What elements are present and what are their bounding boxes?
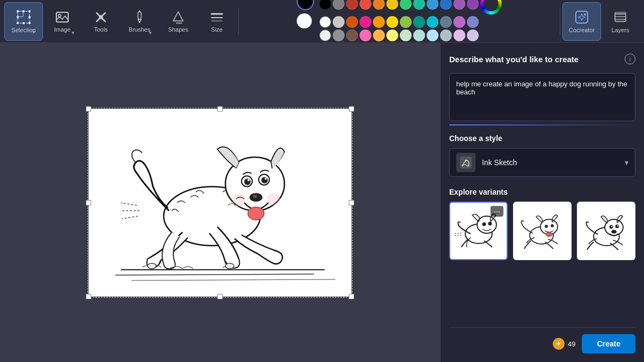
color-swatch[interactable]: [319, 0, 331, 10]
color-swatch[interactable]: [346, 16, 358, 28]
handle-mr[interactable]: [349, 200, 354, 205]
color-swatch[interactable]: [386, 16, 398, 28]
handle-br[interactable]: [349, 294, 354, 299]
tool-tools[interactable]: Tools: [82, 2, 120, 41]
tool-shapes[interactable]: Shapes: [159, 2, 197, 41]
tool-brushes[interactable]: Brushes ▼: [120, 2, 159, 41]
active-color-swatch[interactable]: [297, 0, 314, 10]
color-swatch[interactable]: [413, 16, 425, 28]
color-swatch[interactable]: [373, 29, 385, 41]
handle-bm[interactable]: [217, 294, 223, 299]
style-dropdown[interactable]: Ink Sketch ▾: [449, 148, 635, 177]
color-swatch[interactable]: [467, 0, 479, 10]
svg-point-4: [28, 10, 31, 12]
color-swatch[interactable]: [413, 29, 425, 41]
variant-more-button[interactable]: ···: [491, 206, 503, 217]
tool-layers[interactable]: Layers: [601, 2, 640, 41]
tool-size[interactable]: Size: [197, 2, 236, 41]
panel-title: Describe what you'd like to create: [449, 55, 579, 64]
color-swatch[interactable]: [467, 16, 479, 28]
credits-coin: ✦: [553, 338, 565, 350]
color-swatch[interactable]: [346, 29, 358, 41]
svg-point-36: [244, 179, 251, 185]
color-swatch[interactable]: [360, 29, 371, 41]
size-icon: [210, 10, 224, 24]
color-swatch[interactable]: [360, 16, 371, 28]
color-wheel[interactable]: [480, 0, 502, 14]
svg-rect-1: [18, 11, 23, 17]
svg-point-71: [617, 225, 618, 226]
svg-point-8: [28, 22, 31, 24]
svg-rect-0: [18, 11, 30, 23]
color-swatch[interactable]: [386, 29, 398, 41]
svg-point-2: [17, 10, 19, 12]
color-swatch[interactable]: [360, 0, 371, 10]
handle-tl[interactable]: [86, 106, 91, 112]
color-swatch[interactable]: [400, 0, 412, 10]
color-swatch[interactable]: [427, 29, 438, 41]
svg-point-69: [615, 224, 619, 228]
color-swatch[interactable]: [440, 29, 452, 41]
svg-point-3: [23, 10, 25, 12]
chevron-down-icon: ▾: [625, 158, 628, 167]
color-swatch[interactable]: [319, 29, 331, 41]
image-chevron: ▼: [71, 31, 75, 35]
create-button[interactable]: Create: [582, 334, 635, 353]
color-swatch[interactable]: [453, 0, 465, 10]
color-swatch[interactable]: [333, 29, 345, 41]
credits-count: 49: [568, 340, 575, 348]
color-swatch[interactable]: [400, 16, 412, 28]
tool-cocreator[interactable]: Cocreator: [562, 2, 601, 41]
color-swatch[interactable]: [413, 0, 425, 10]
tool-image[interactable]: Image ▼: [43, 2, 82, 41]
color-swatch[interactable]: [467, 29, 479, 41]
color-swatch[interactable]: [427, 16, 438, 28]
svg-point-23: [584, 13, 586, 16]
handle-tm[interactable]: [217, 106, 223, 112]
ink-sketch-icon: [460, 157, 472, 168]
info-icon[interactable]: i: [625, 54, 635, 64]
color-swatch[interactable]: [319, 16, 331, 28]
svg-point-44: [267, 193, 280, 205]
handle-bl[interactable]: [86, 294, 91, 299]
svg-rect-28: [89, 109, 352, 297]
svg-rect-24: [615, 14, 626, 21]
color-swatch[interactable]: [400, 29, 412, 41]
color-swatch[interactable]: [453, 29, 465, 41]
color-swatch[interactable]: [440, 16, 452, 28]
canvas-container: [89, 109, 352, 297]
tool-selection[interactable]: Selection ▼: [4, 2, 43, 41]
layers-icon: [613, 10, 628, 25]
secondary-color-swatch[interactable]: [297, 13, 312, 28]
main-area: Describe what you'd like to create i hel…: [0, 43, 644, 362]
svg-point-63: [551, 224, 554, 227]
variant-card-1[interactable]: ···: [449, 202, 508, 260]
brushes-label: Brushes: [129, 26, 150, 33]
color-swatch[interactable]: [333, 16, 345, 28]
handle-ml[interactable]: [86, 200, 91, 205]
prompt-textarea[interactable]: help me create an image of a happy dog r…: [449, 73, 635, 121]
color-swatch[interactable]: [373, 0, 385, 10]
svg-point-49: [225, 263, 234, 269]
active-colors-stack: [297, 0, 314, 28]
svg-point-72: [611, 230, 617, 233]
variant-card-3[interactable]: [577, 202, 635, 260]
color-swatch[interactable]: [333, 0, 345, 10]
variant-card-inner-2: [514, 203, 570, 259]
shapes-label: Shapes: [168, 26, 188, 33]
color-swatch[interactable]: [386, 0, 398, 10]
color-swatch[interactable]: [440, 0, 452, 10]
svg-point-38: [247, 179, 250, 181]
variant-card-2[interactable]: [513, 202, 572, 260]
color-swatch[interactable]: [453, 16, 465, 28]
canvas-area[interactable]: [0, 43, 440, 362]
color-swatch[interactable]: [427, 0, 438, 10]
color-swatch[interactable]: [373, 16, 385, 28]
dog-sketch: [89, 109, 352, 297]
svg-point-55: [482, 222, 486, 226]
svg-rect-25: [615, 12, 626, 14]
layers-label: Layers: [611, 27, 629, 33]
color-swatch[interactable]: [346, 0, 358, 10]
handle-tr[interactable]: [349, 106, 354, 112]
panel-title-row: Describe what you'd like to create i: [449, 54, 635, 64]
